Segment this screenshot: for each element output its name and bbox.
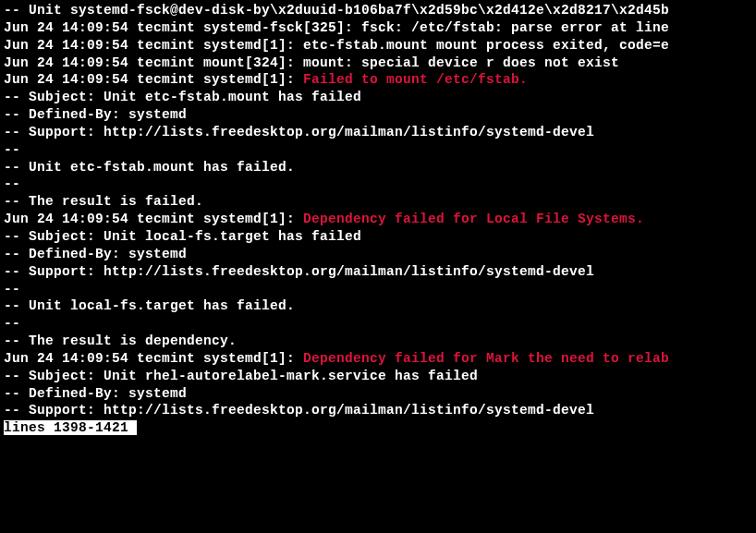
log-line: Jun 24 14:09:54 tecmint systemd[1]: etc-… [4, 37, 752, 55]
log-text: -- Defined-By: systemd [4, 247, 187, 261]
log-text: -- Defined-By: systemd [4, 107, 187, 122]
log-text: -- Unit etc-fstab.mount has failed. [4, 160, 295, 175]
log-error-text: Failed to mount /etc/fstab. [303, 72, 528, 87]
log-text: -- [4, 142, 20, 157]
log-text: -- Support: http://lists.freedesktop.org… [4, 403, 594, 418]
log-line: -- Subject: Unit etc-fstab.mount has fai… [4, 89, 752, 106]
cursor [128, 420, 137, 435]
log-line: -- Support: http://lists.freedesktop.org… [4, 402, 752, 419]
log-text: Jun 24 14:09:54 tecmint systemd[1]: [4, 212, 303, 226]
log-line: -- Support: http://lists.freedesktop.org… [4, 263, 752, 281]
log-line: Jun 24 14:09:54 tecmint systemd[1]: Depe… [4, 211, 752, 228]
log-text: Jun 24 14:09:54 tecmint mount[324]: moun… [4, 55, 619, 70]
log-text: -- Defined-By: systemd [4, 386, 187, 401]
log-text: -- Subject: Unit rhel-autorelabel-mark.s… [4, 369, 478, 383]
log-line: -- Defined-By: systemd [4, 246, 752, 263]
log-line: -- [4, 141, 752, 159]
log-line: -- Unit etc-fstab.mount has failed. [4, 159, 752, 176]
log-text: -- [4, 282, 20, 297]
log-line: -- Defined-By: systemd [4, 106, 752, 124]
log-line: -- [4, 281, 752, 298]
log-line: Jun 24 14:09:54 tecmint systemd[1]: Depe… [4, 350, 752, 368]
log-text: Jun 24 14:09:54 tecmint systemd[1]: etc-… [4, 38, 669, 53]
terminal-output: -- Unit systemd-fsck@dev-disk-by\x2duuid… [4, 2, 752, 419]
log-line: -- Unit systemd-fsck@dev-disk-by\x2duuid… [4, 2, 752, 19]
log-text: -- [4, 176, 20, 191]
log-line: -- [4, 176, 752, 193]
log-line: Jun 24 14:09:54 tecmint mount[324]: moun… [4, 55, 752, 72]
log-text: Jun 24 14:09:54 tecmint systemd[1]: [4, 72, 303, 87]
log-text: -- Subject: Unit etc-fstab.mount has fai… [4, 90, 361, 104]
log-text: -- Support: http://lists.freedesktop.org… [4, 264, 594, 279]
log-text: -- Unit local-fs.target has failed. [4, 298, 295, 313]
log-line: -- Unit local-fs.target has failed. [4, 297, 752, 315]
log-line: -- The result is dependency. [4, 333, 752, 350]
pager-status-text: lines 1398-1421 [4, 420, 128, 435]
pager-status-line[interactable]: lines 1398-1421 [4, 419, 752, 437]
log-line: -- Subject: Unit local-fs.target has fai… [4, 228, 752, 246]
log-text: Jun 24 14:09:54 tecmint systemd[1]: [4, 351, 303, 366]
log-text: -- The result is failed. [4, 194, 203, 209]
log-line: -- Defined-By: systemd [4, 385, 752, 403]
log-text: -- The result is dependency. [4, 333, 237, 348]
log-line: -- Support: http://lists.freedesktop.org… [4, 124, 752, 141]
log-line: -- The result is failed. [4, 193, 752, 211]
log-text: -- Unit systemd-fsck@dev-disk-by\x2duuid… [4, 3, 669, 18]
log-text: -- Subject: Unit local-fs.target has fai… [4, 229, 361, 244]
log-text: -- Support: http://lists.freedesktop.org… [4, 125, 594, 139]
log-line: -- [4, 315, 752, 333]
log-line: Jun 24 14:09:54 tecmint systemd-fsck[325… [4, 19, 752, 37]
log-line: Jun 24 14:09:54 tecmint systemd[1]: Fail… [4, 71, 752, 89]
log-line: -- Subject: Unit rhel-autorelabel-mark.s… [4, 368, 752, 385]
log-text: -- [4, 316, 20, 331]
log-text: Jun 24 14:09:54 tecmint systemd-fsck[325… [4, 20, 669, 35]
log-error-text: Dependency failed for Local File Systems… [303, 212, 644, 226]
log-error-text: Dependency failed for Mark the need to r… [303, 351, 669, 366]
